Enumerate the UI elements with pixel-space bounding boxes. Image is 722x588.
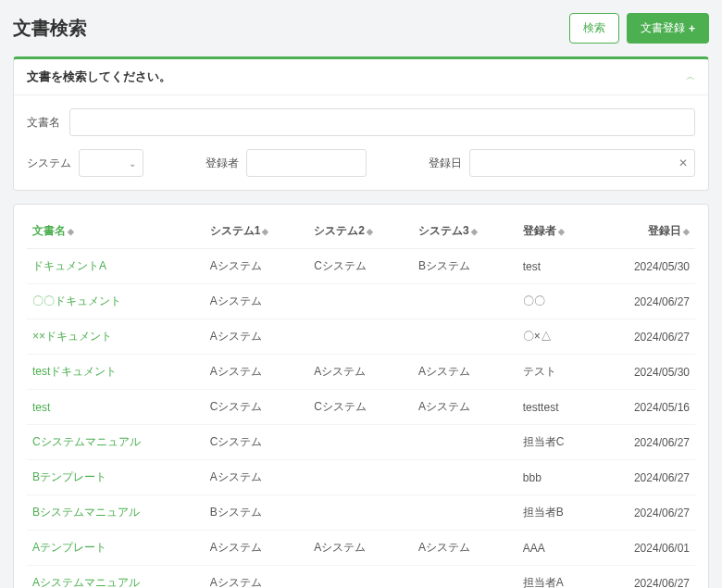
col-system3[interactable]: システム3◆ (413, 214, 517, 249)
cell-system1: Aシステム (205, 355, 309, 390)
clear-icon[interactable]: ✕ (678, 156, 688, 169)
cell-date: 2024/06/27 (596, 566, 695, 589)
cell-registrant: 〇×△ (517, 319, 596, 355)
cell-registrant: testtest (517, 390, 596, 425)
cell-doc-name: Bテンプレート (27, 460, 205, 495)
cell-date: 2024/06/01 (596, 531, 695, 566)
doc-link[interactable]: Aシステムマニュアル (32, 576, 140, 588)
cell-system2: Cシステム (308, 249, 413, 284)
table-row: ドキュメントAAシステムCシステムBシステムtest2024/05/30 (27, 249, 695, 284)
table-row: CシステムマニュアルCシステム担当者C2024/06/27 (27, 425, 695, 460)
cell-system3: Aシステム (413, 355, 517, 390)
table-row: testCシステムCシステムAシステムtesttest2024/05/16 (27, 390, 695, 425)
chevron-up-icon: ︿ (686, 70, 695, 83)
cell-registrant: 〇〇 (517, 284, 596, 319)
doc-link[interactable]: ××ドキュメント (32, 330, 112, 343)
search-panel: 文書を検索してください。 ︿ 文書名 システム ⌄ 登録者 (13, 56, 709, 191)
col-system1-label: システム1 (210, 224, 261, 237)
cell-date: 2024/06/27 (596, 495, 695, 531)
cell-system1: Aシステム (205, 284, 309, 319)
cell-doc-name: Aシステムマニュアル (27, 566, 205, 589)
doc-link[interactable]: test (32, 401, 50, 414)
col-doc-name[interactable]: 文書名◆ (27, 214, 205, 249)
sort-icon: ◆ (558, 227, 565, 236)
cell-system3 (413, 460, 517, 495)
cell-date: 2024/05/30 (596, 355, 695, 390)
cell-system2: Aシステム (308, 355, 413, 390)
cell-system2 (308, 495, 413, 531)
table-row: BテンプレートAシステムbbb2024/06/27 (27, 460, 695, 495)
system-label: システム (27, 156, 71, 171)
cell-system3: Bシステム (413, 249, 517, 284)
cell-registrant: 担当者B (517, 495, 596, 531)
col-registrant[interactable]: 登録者◆ (517, 214, 596, 249)
cell-doc-name: Bシステムマニュアル (27, 495, 205, 531)
col-registrant-label: 登録者 (523, 224, 556, 237)
col-system1[interactable]: システム1◆ (205, 214, 309, 249)
search-panel-body: 文書名 システム ⌄ 登録者 登録日 (14, 95, 708, 190)
cell-registrant: bbb (517, 460, 596, 495)
date-label: 登録日 (429, 156, 462, 171)
doc-link[interactable]: Aテンプレート (32, 541, 106, 554)
cell-system2 (308, 284, 413, 319)
cell-registrant: AAA (517, 531, 596, 566)
cell-system3 (413, 319, 517, 355)
doc-link[interactable]: Cシステムマニュアル (32, 435, 141, 448)
col-system2[interactable]: システム2◆ (308, 214, 413, 249)
col-date[interactable]: 登録日◆ (596, 214, 695, 249)
sort-icon: ◆ (262, 227, 268, 236)
col-doc-name-label: 文書名 (32, 224, 66, 237)
cell-system3: Aシステム (413, 390, 517, 425)
cell-system1: Cシステム (205, 425, 309, 460)
cell-system3 (413, 495, 517, 531)
cell-registrant: 担当者A (517, 566, 596, 589)
col-system2-label: システム2 (314, 224, 365, 237)
cell-doc-name: test (27, 390, 205, 425)
doc-name-input[interactable] (69, 108, 695, 136)
page-title: 文書検索 (13, 16, 87, 41)
cell-doc-name: Cシステムマニュアル (27, 425, 205, 460)
cell-registrant: test (517, 249, 596, 284)
cell-date: 2024/05/30 (596, 249, 695, 284)
date-input[interactable] (469, 149, 695, 177)
cell-system3 (413, 566, 517, 589)
cell-doc-name: testドキュメント (27, 355, 205, 390)
table-row: ××ドキュメントAシステム〇×△2024/06/27 (27, 319, 695, 355)
doc-name-label: 文書名 (27, 115, 60, 131)
header-actions: 検索 文書登録 + (569, 13, 709, 44)
cell-date: 2024/06/27 (596, 425, 695, 460)
registrant-input[interactable] (246, 149, 367, 177)
doc-link[interactable]: Bテンプレート (32, 470, 106, 483)
system-select[interactable] (79, 149, 143, 177)
table-row: 〇〇ドキュメントAシステム〇〇2024/06/27 (27, 284, 695, 319)
registrant-label: 登録者 (205, 156, 239, 171)
table-row: testドキュメントAシステムAシステムAシステムテスト2024/05/30 (27, 355, 695, 390)
plus-icon: + (689, 22, 695, 35)
doc-link[interactable]: testドキュメント (32, 365, 117, 378)
table-row: AテンプレートAシステムAシステムAシステムAAA2024/06/01 (27, 531, 695, 566)
register-button[interactable]: 文書登録 + (627, 13, 709, 44)
search-button[interactable]: 検索 (569, 13, 619, 44)
cell-system3 (413, 425, 517, 460)
cell-system2 (308, 319, 413, 355)
cell-registrant: 担当者C (517, 425, 596, 460)
cell-system1: Aシステム (205, 460, 309, 495)
search-panel-header[interactable]: 文書を検索してください。 ︿ (14, 59, 708, 95)
cell-doc-name: ××ドキュメント (27, 319, 205, 355)
doc-link[interactable]: 〇〇ドキュメント (32, 294, 121, 307)
doc-link[interactable]: Bシステムマニュアル (32, 506, 140, 519)
cell-date: 2024/05/16 (596, 390, 695, 425)
col-system3-label: システム3 (418, 224, 469, 237)
cell-system1: Bシステム (205, 495, 309, 531)
results-panel: 文書名◆ システム1◆ システム2◆ システム3◆ 登録者◆ 登録日◆ ドキュメ… (13, 204, 709, 588)
cell-system3 (413, 284, 517, 319)
cell-system1: Aシステム (205, 531, 309, 566)
cell-system1: Cシステム (205, 390, 309, 425)
table-row: AシステムマニュアルAシステム担当者A2024/06/27 (27, 566, 695, 589)
doc-link[interactable]: ドキュメントA (32, 259, 106, 272)
cell-system2: Cシステム (308, 390, 413, 425)
register-button-label: 文書登録 (641, 20, 685, 36)
col-date-label: 登録日 (648, 224, 681, 237)
results-table: 文書名◆ システム1◆ システム2◆ システム3◆ 登録者◆ 登録日◆ ドキュメ… (27, 214, 695, 588)
cell-system2 (308, 425, 413, 460)
